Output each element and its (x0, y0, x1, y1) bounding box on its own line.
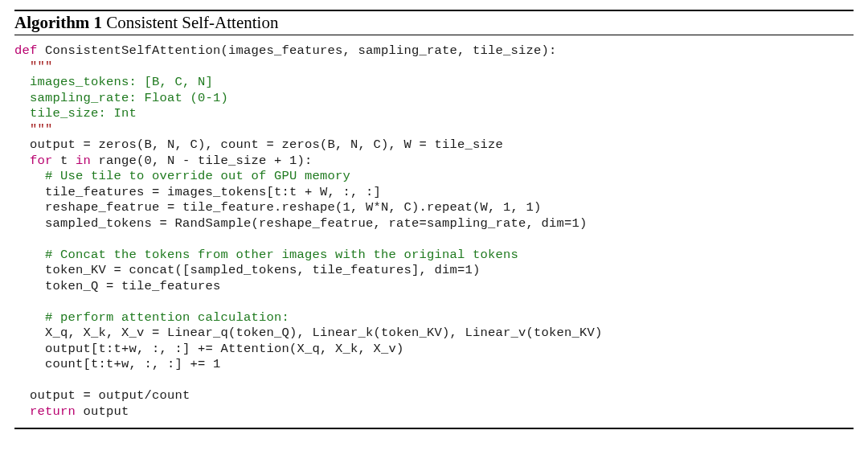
code-line: sampled_tokens = RandSample(reshape_feat… (14, 216, 854, 232)
code-line: count[t:t+w, :, :] += 1 (14, 357, 854, 373)
code-line (14, 232, 854, 248)
code-token: output (76, 404, 129, 419)
code-token: # Use tile to override out of GPU memory (14, 169, 350, 183)
code-token: # Concat the tokens from other images wi… (14, 248, 518, 262)
code-token: ConsistentSelfAttention(images_features,… (38, 43, 557, 58)
code-token: token_KV = concat([sampled_tokens, tile_… (14, 263, 481, 277)
code-token: images_tokens: [B, C, N] (14, 75, 213, 89)
code-token: count[t:t+w, :, :] += 1 (14, 357, 221, 371)
code-token (14, 404, 30, 419)
code-line: # Concat the tokens from other images wi… (14, 248, 854, 264)
code-line (14, 373, 854, 389)
code-token: """ (14, 59, 53, 74)
code-line: """ (14, 122, 854, 138)
code-line: # Use tile to override out of GPU memory (14, 169, 854, 185)
code-line: token_Q = tile_features (14, 279, 854, 295)
code-line: def ConsistentSelfAttention(images_featu… (14, 43, 854, 59)
code-line: for t in range(0, N - tile_size + 1): (14, 154, 854, 170)
code-line: output[t:t+w, :, :] += Attention(X_q, X_… (14, 342, 854, 358)
code-token: return (30, 404, 76, 419)
code-line: sampling_rate: Float (0-1) (14, 91, 854, 107)
code-token: sampled_tokens = RandSample(reshape_feat… (14, 216, 588, 231)
code-token: """ (14, 122, 53, 137)
code-token: sampling_rate: Float (0-1) (14, 91, 228, 105)
code-line: token_KV = concat([sampled_tokens, tile_… (14, 263, 854, 279)
code-token (14, 154, 30, 168)
code-line: reshape_featrue = tile_feature.reshape(1… (14, 200, 854, 216)
algorithm-title: Algorithm 1 Consistent Self-Attention (14, 11, 854, 35)
code-token: in (76, 154, 91, 168)
code-line: tile_size: Int (14, 106, 854, 122)
code-line: tile_features = images_tokens[t:t + W, :… (14, 185, 854, 201)
code-token: t (53, 154, 76, 168)
code-token: token_Q = tile_features (14, 279, 221, 293)
code-line: return output (14, 404, 854, 420)
code-line: output = output/count (14, 388, 854, 404)
code-token: # perform attention calculation: (14, 310, 289, 325)
code-line (14, 294, 854, 310)
code-line: """ (14, 59, 854, 76)
algorithm-block: Algorithm 1 Consistent Self-Attention de… (14, 10, 854, 429)
code-line: X_q, X_k, X_v = Linear_q(token_Q), Linea… (14, 326, 854, 342)
code-line: images_tokens: [B, C, N] (14, 75, 854, 91)
algorithm-number: Algorithm 1 (14, 13, 102, 32)
code-token: tile_size: Int (14, 106, 137, 121)
algorithm-caption: Consistent Self-Attention (102, 13, 278, 32)
code-line: # perform attention calculation: (14, 310, 854, 326)
code-token: output = zeros(B, N, C), count = zeros(B… (14, 137, 503, 152)
code-line: output = zeros(B, N, C), count = zeros(B… (14, 137, 854, 154)
code-token: def (14, 43, 38, 58)
code-token: X_q, X_k, X_v = Linear_q(token_Q), Linea… (14, 326, 603, 340)
code-token: tile_features = images_tokens[t:t + W, :… (14, 185, 381, 199)
algorithm-body: def ConsistentSelfAttention(images_featu… (14, 35, 854, 428)
code-token: output = output/count (14, 388, 190, 403)
code-token: range(0, N - tile_size + 1): (91, 154, 313, 168)
code-token: reshape_featrue = tile_feature.reshape(1… (14, 200, 542, 215)
code-token: for (30, 154, 53, 168)
code-token: output[t:t+w, :, :] += Attention(X_q, X_… (14, 342, 404, 356)
